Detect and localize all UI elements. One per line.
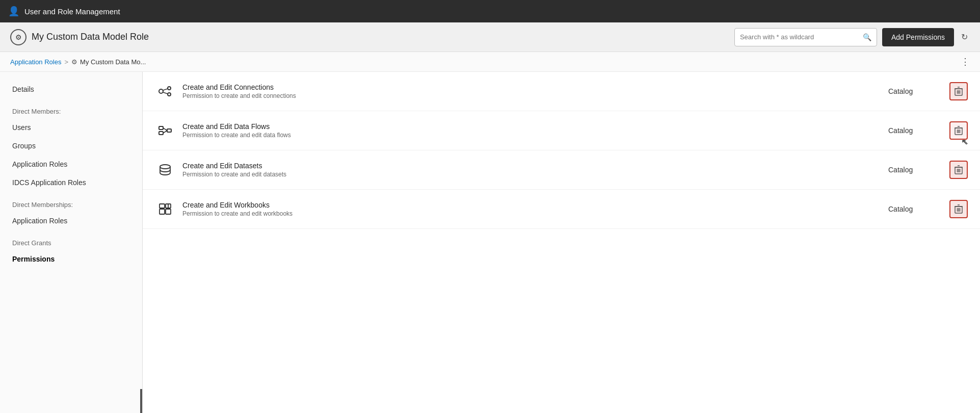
permission-name: Create and Edit Datasets bbox=[182, 162, 888, 170]
dataflows-icon bbox=[155, 120, 175, 141]
permission-category: Catalog bbox=[888, 205, 939, 213]
svg-line-14 bbox=[163, 128, 167, 131]
permission-row: Create and Edit Data Flows Permission to… bbox=[143, 111, 980, 150]
delete-permission-button[interactable]: ↖ bbox=[949, 121, 968, 140]
sidebar-item-memberships-app-roles[interactable]: Application Roles bbox=[0, 212, 142, 230]
cursor-indicator: ↖ bbox=[961, 137, 968, 147]
permission-category: Catalog bbox=[888, 87, 939, 95]
svg-point-0 bbox=[159, 89, 163, 93]
sidebar-item-groups[interactable]: Groups bbox=[0, 137, 142, 155]
breadcrumb-separator: > bbox=[64, 58, 68, 66]
add-permissions-button[interactable]: Add Permissions bbox=[882, 28, 954, 46]
permission-category: Catalog bbox=[888, 166, 939, 174]
sidebar-item-details[interactable]: Details bbox=[0, 80, 142, 98]
sub-header-right: 🔍 Add Permissions ↻ bbox=[734, 28, 970, 46]
user-icon: 👤 bbox=[8, 6, 19, 17]
breadcrumb: Application Roles > ⚙ My Custom Data Mo.… bbox=[0, 52, 980, 72]
sidebar-item-app-roles[interactable]: Application Roles bbox=[0, 155, 142, 173]
permission-description: Permission to create and edit data flows bbox=[182, 132, 888, 139]
role-icon: ⚙ bbox=[10, 29, 27, 45]
permission-name: Create and Edit Data Flows bbox=[182, 122, 888, 131]
top-bar: 👤 User and Role Management bbox=[0, 0, 980, 22]
permission-name: Create and Edit Connections bbox=[182, 83, 888, 91]
svg-rect-29 bbox=[160, 209, 165, 214]
sidebar-item-idcs-roles[interactable]: IDCS Application Roles bbox=[0, 173, 142, 192]
refresh-button[interactable]: ↻ bbox=[959, 30, 970, 44]
active-indicator-bar bbox=[140, 389, 142, 413]
sub-header: ⚙ My Custom Data Model Role 🔍 Add Permis… bbox=[0, 22, 980, 52]
permission-description: Permission to create and edit workbooks bbox=[182, 210, 888, 217]
svg-rect-30 bbox=[166, 209, 171, 214]
sidebar-item-permissions[interactable]: Permissions bbox=[0, 250, 142, 268]
search-input[interactable] bbox=[740, 33, 860, 41]
main-layout: Details Direct Members: Users Groups App… bbox=[0, 72, 980, 413]
svg-rect-13 bbox=[167, 129, 171, 132]
permission-info: Create and Edit Workbooks Permission to … bbox=[182, 201, 888, 217]
permission-row: Create and Edit Workbooks Permission to … bbox=[143, 190, 980, 229]
sidebar: Details Direct Members: Users Groups App… bbox=[0, 72, 143, 413]
datasets-icon bbox=[155, 160, 175, 180]
connections-icon bbox=[155, 81, 175, 101]
workbooks-icon bbox=[155, 199, 175, 219]
breadcrumb-current: ⚙ My Custom Data Mo... bbox=[71, 58, 146, 66]
permission-info: Create and Edit Connections Permission t… bbox=[182, 83, 888, 99]
content-area: Create and Edit Connections Permission t… bbox=[143, 72, 980, 413]
svg-line-15 bbox=[163, 131, 167, 133]
delete-permission-button[interactable] bbox=[949, 161, 968, 179]
kebab-menu-icon[interactable]: ⋮ bbox=[961, 56, 970, 67]
role-title: My Custom Data Model Role bbox=[32, 32, 149, 42]
permission-description: Permission to create and edit datasets bbox=[182, 171, 888, 178]
permission-row: Create and Edit Datasets Permission to c… bbox=[143, 150, 980, 190]
permission-info: Create and Edit Data Flows Permission to… bbox=[182, 122, 888, 139]
sub-header-left: ⚙ My Custom Data Model Role bbox=[10, 29, 149, 45]
svg-rect-12 bbox=[159, 132, 163, 135]
svg-rect-11 bbox=[159, 126, 163, 130]
svg-line-3 bbox=[163, 89, 168, 90]
permission-info: Create and Edit Datasets Permission to c… bbox=[182, 162, 888, 178]
sidebar-item-users[interactable]: Users bbox=[0, 118, 142, 137]
breadcrumb-app-roles-link[interactable]: Application Roles bbox=[10, 58, 61, 66]
app-title: User and Role Management bbox=[24, 7, 120, 16]
breadcrumb-gear-icon: ⚙ bbox=[71, 58, 77, 66]
svg-point-22 bbox=[160, 165, 170, 169]
sidebar-section-direct-memberships: Direct Memberships: bbox=[0, 192, 142, 212]
svg-line-4 bbox=[163, 92, 168, 94]
search-icon: 🔍 bbox=[863, 33, 871, 41]
permission-name: Create and Edit Workbooks bbox=[182, 201, 888, 209]
search-box[interactable]: 🔍 bbox=[734, 28, 877, 46]
permission-row: Create and Edit Connections Permission t… bbox=[143, 72, 980, 111]
delete-permission-button[interactable] bbox=[949, 200, 968, 218]
sidebar-section-direct-grants: Direct Grants bbox=[0, 230, 142, 250]
sidebar-section-direct-members: Direct Members: bbox=[0, 98, 142, 118]
permission-category: Catalog bbox=[888, 126, 939, 135]
permission-description: Permission to create and edit connection… bbox=[182, 92, 888, 99]
delete-permission-button[interactable] bbox=[949, 82, 968, 100]
svg-rect-31 bbox=[160, 204, 165, 208]
breadcrumb-current-text: My Custom Data Mo... bbox=[80, 58, 146, 66]
svg-point-2 bbox=[168, 93, 171, 96]
svg-point-1 bbox=[168, 87, 171, 90]
